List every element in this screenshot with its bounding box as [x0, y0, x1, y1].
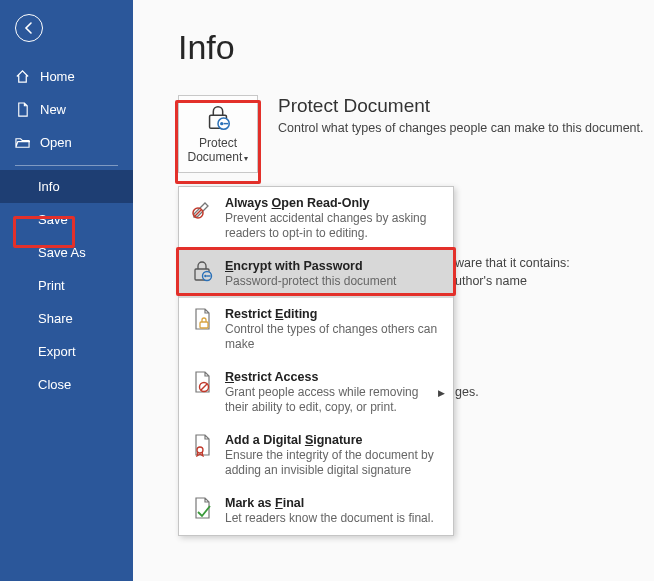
sidebar-item-open[interactable]: Open: [0, 126, 133, 159]
menu-item-title: Encrypt with Password: [225, 259, 396, 273]
sidebar-item-label: Home: [40, 69, 75, 84]
sidebar-divider: [15, 165, 118, 166]
sidebar-item-new[interactable]: New: [0, 93, 133, 126]
main-panel: Info Protect Document ▾ Protect Document…: [133, 0, 654, 581]
doc-lock-icon: [189, 307, 215, 352]
sidebar-item-save-as[interactable]: Save As: [0, 236, 133, 269]
sidebar-item-label: Open: [40, 135, 72, 150]
menu-item-restrict-editing[interactable]: Restrict Editing Control the types of ch…: [179, 298, 453, 361]
menu-item-title: Mark as Final: [225, 496, 434, 510]
protect-button-label: Protect Document ▾: [188, 137, 249, 165]
sidebar-item-label: Save: [38, 212, 68, 227]
partial-text: uthor's name: [455, 274, 527, 288]
sidebar-item-export[interactable]: Export: [0, 335, 133, 368]
menu-item-desc: Prevent accidental changes by asking rea…: [225, 211, 443, 241]
menu-item-desc: Control the types of changes others can …: [225, 322, 443, 352]
partial-text: ware that it contains:: [455, 256, 570, 270]
backstage-sidebar: Home New Open Info Save Save As Print Sh…: [0, 0, 133, 581]
menu-item-encrypt-password[interactable]: Encrypt with Password Password-protect t…: [179, 250, 453, 298]
protect-document-dropdown: Always Open Read-Only Prevent accidental…: [178, 186, 454, 536]
sidebar-item-label: Save As: [38, 245, 86, 260]
back-button[interactable]: [15, 14, 43, 42]
svg-point-2: [220, 122, 223, 125]
new-doc-icon: [15, 102, 30, 117]
menu-item-title: Restrict Access: [225, 370, 443, 384]
menu-item-restrict-access[interactable]: Restrict Access Grant people access whil…: [179, 361, 453, 424]
lock-key-icon: [189, 259, 215, 289]
protect-heading: Protect Document: [278, 95, 644, 117]
protect-description: Control what types of changes people can…: [278, 121, 644, 135]
home-icon: [15, 69, 30, 84]
menu-item-title: Add a Digital Signature: [225, 433, 443, 447]
doc-ribbon-icon: [189, 433, 215, 478]
protect-document-section: Protect Document ▾ Protect Document Cont…: [178, 95, 654, 173]
menu-item-desc: Ensure the integrity of the document by …: [225, 448, 443, 478]
lock-key-icon: [203, 103, 233, 133]
sidebar-item-home[interactable]: Home: [0, 60, 133, 93]
arrow-left-icon: [22, 21, 36, 35]
doc-check-icon: [189, 496, 215, 526]
protect-document-text: Protect Document Control what types of c…: [278, 95, 644, 135]
sidebar-item-label: Info: [38, 179, 60, 194]
menu-item-desc: Password-protect this document: [225, 274, 396, 289]
sidebar-item-print[interactable]: Print: [0, 269, 133, 302]
menu-item-title: Restrict Editing: [225, 307, 443, 321]
page-title: Info: [178, 28, 654, 67]
sidebar-item-info[interactable]: Info: [0, 170, 133, 203]
partial-text: ges.: [455, 385, 479, 399]
menu-item-title: Always Open Read-Only: [225, 196, 443, 210]
protect-document-button[interactable]: Protect Document ▾: [178, 95, 258, 173]
sidebar-item-label: Share: [38, 311, 73, 326]
doc-prohibit-icon: [189, 370, 215, 415]
menu-item-digital-signature[interactable]: Add a Digital Signature Ensure the integ…: [179, 424, 453, 487]
pencil-prohibit-icon: [189, 196, 215, 241]
sidebar-item-label: Close: [38, 377, 71, 392]
menu-item-open-read-only[interactable]: Always Open Read-Only Prevent accidental…: [179, 187, 453, 250]
sidebar-item-save[interactable]: Save: [0, 203, 133, 236]
submenu-arrow-icon: ▶: [438, 388, 445, 398]
folder-open-icon: [15, 135, 30, 150]
menu-item-mark-final[interactable]: Mark as Final Let readers know the docum…: [179, 487, 453, 535]
menu-item-desc: Let readers know the document is final.: [225, 511, 434, 526]
sidebar-item-label: New: [40, 102, 66, 117]
menu-item-desc: Grant people access while removing their…: [225, 385, 443, 415]
sidebar-item-share[interactable]: Share: [0, 302, 133, 335]
sidebar-item-close[interactable]: Close: [0, 368, 133, 401]
svg-point-7: [204, 275, 207, 278]
sidebar-item-label: Print: [38, 278, 65, 293]
sidebar-item-label: Export: [38, 344, 76, 359]
svg-rect-9: [200, 322, 208, 328]
